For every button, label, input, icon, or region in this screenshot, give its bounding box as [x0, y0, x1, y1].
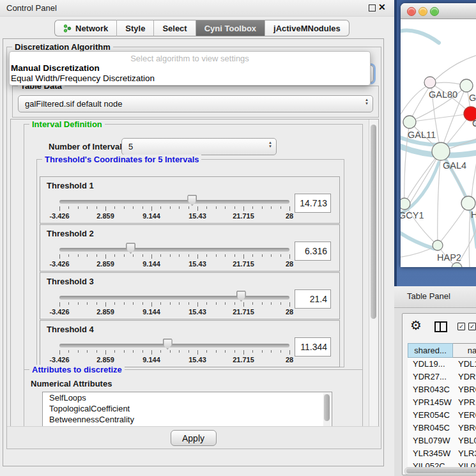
list-scrollbar[interactable]	[323, 393, 331, 428]
node-label: C	[472, 118, 476, 128]
table-row[interactable]: YDL19...YDL19...	[408, 358, 476, 371]
tab-network[interactable]: Network	[54, 20, 117, 36]
column-header-shared-name[interactable]: shared...	[408, 343, 453, 358]
column-header-name[interactable]: name	[453, 343, 476, 358]
node-table-rows: YDL19...YDL19...YDR27...YDR27...YBR043CY…	[408, 358, 476, 473]
tick-mark	[96, 302, 97, 305]
checkbox-icon[interactable]	[457, 323, 465, 330]
tick-mark	[59, 206, 60, 211]
network-node-gal80[interactable]	[424, 77, 436, 88]
threshold-slider-track[interactable]	[59, 344, 289, 348]
zoom-traffic-light-icon[interactable]	[430, 7, 439, 16]
network-node-ga[interactable]	[460, 79, 473, 92]
table-row[interactable]: YDR27...YDR27...	[408, 371, 476, 383]
settings-scrollbar[interactable]	[369, 119, 378, 427]
tick-mark	[133, 206, 134, 209]
gear-icon[interactable]	[410, 318, 422, 333]
table-horizontal-scrollbar-thumb[interactable]	[406, 468, 476, 473]
tick-mark	[271, 254, 272, 257]
tick-mark	[87, 350, 88, 353]
threshold-value-field[interactable]: 14.713	[295, 194, 331, 213]
table-data-group: Table Data galFiltered.sif default node	[12, 86, 379, 118]
table-data-combobox[interactable]: galFiltered.sif default node	[18, 95, 373, 112]
tick-mark	[68, 206, 69, 209]
close-traffic-light-icon[interactable]	[407, 7, 416, 16]
network-edge[interactable]	[401, 84, 431, 116]
tick-mark	[252, 350, 253, 353]
tick-mark	[216, 350, 217, 353]
threshold-value-field[interactable]: 11.344	[295, 337, 331, 357]
tick-mark	[160, 206, 161, 209]
minimize-traffic-light-icon[interactable]	[418, 7, 427, 16]
table-row[interactable]: YBR045CYBR045C	[408, 422, 476, 434]
num-intervals-combobox[interactable]: 5	[121, 138, 277, 155]
network-edge[interactable]	[401, 231, 434, 249]
tab-cyni-toolbox[interactable]: Cyni Toolbox	[196, 20, 265, 36]
threshold-slider-track[interactable]	[59, 248, 289, 252]
network-edge[interactable]	[431, 52, 476, 84]
algorithm-option[interactable]: Manual Discretization	[10, 63, 370, 73]
close-icon[interactable]	[378, 2, 387, 12]
node-label: GAL4	[443, 160, 466, 171]
network-node-gcy1[interactable]	[401, 198, 410, 210]
float-window-icon[interactable]	[369, 4, 376, 12]
network-node[interactable]	[452, 263, 462, 267]
network-node-hap2[interactable]	[433, 240, 443, 250]
thresholds-group-label: Threshold's Coordinates for 5 Intervals	[42, 155, 201, 164]
columns-icon[interactable]	[434, 321, 447, 332]
threshold-value-field[interactable]: 6.316	[295, 242, 331, 261]
node-label: GAL11	[408, 130, 436, 140]
tick-mark	[68, 302, 69, 305]
threshold-slider-thumb[interactable]	[236, 291, 246, 302]
threshold-value-field[interactable]: 21.4	[295, 289, 331, 309]
network-edge[interactable]	[438, 203, 468, 245]
discretization-algorithm-group: Discretization Algorithm Table Data galF…	[6, 47, 381, 449]
network-window-titlebar[interactable]	[401, 3, 476, 19]
algorithm-options: Manual DiscretizationEqual Width/Frequen…	[10, 63, 370, 84]
tick-mark	[78, 302, 79, 305]
network-node-gal11[interactable]	[403, 116, 416, 128]
table-row[interactable]: YPR145WYPR145W	[408, 396, 476, 409]
threshold-panel: Threshold 3-3.4262.8599.14415.4321.71528…	[40, 272, 340, 319]
tick-label: 9.144	[142, 308, 160, 316]
tick-mark	[280, 206, 281, 209]
tab-jactivemnodules[interactable]: jActiveMNodules	[265, 20, 349, 36]
table-row[interactable]: YBR043CYBR043C	[408, 383, 476, 396]
tick-mark	[114, 350, 115, 353]
threshold-slider-track[interactable]	[59, 200, 289, 204]
network-node-gal4[interactable]	[432, 142, 450, 160]
attribute-item[interactable]: TopologicalCoefficient	[43, 403, 332, 414]
tab-style[interactable]: Style	[117, 20, 154, 36]
cell-shared-name: YDL19...	[408, 358, 453, 371]
numerical-attributes-list[interactable]: SelfLoopsTopologicalCoefficientBetweenne…	[42, 392, 332, 428]
attribute-item[interactable]: BetweennessCentrality	[43, 414, 332, 425]
tick-mark	[170, 206, 171, 209]
checkbox-icon[interactable]	[468, 323, 476, 330]
table-horizontal-scrollbar[interactable]	[404, 467, 476, 475]
tab-select[interactable]: Select	[154, 20, 196, 36]
tick-label: -3.426	[49, 212, 69, 220]
list-scrollbar-thumb[interactable]	[324, 394, 330, 421]
attribute-item[interactable]: SelfLoops	[43, 392, 332, 403]
algorithm-option[interactable]: Equal Width/Frequency Discretization	[10, 73, 370, 84]
threshold-slider-thumb[interactable]	[163, 339, 173, 349]
tick-mark	[262, 302, 263, 305]
table-row[interactable]: YER054CYER054C	[408, 409, 476, 422]
network-view: GAL80GACGAL11GAL4GCY1HHAP2	[394, 0, 476, 286]
network-edge[interactable]	[401, 31, 439, 43]
settings-scrollbar-thumb[interactable]	[371, 125, 376, 319]
table-panel-header: Table Panel	[394, 286, 476, 308]
apply-button[interactable]: Apply	[171, 430, 217, 446]
tick-mark	[234, 206, 235, 209]
threshold-slider-track[interactable]	[59, 296, 289, 300]
tick-mark	[225, 302, 226, 305]
table-row[interactable]: YLR345WYLR345W	[408, 447, 476, 460]
threshold-slider-thumb[interactable]	[126, 243, 135, 254]
cell-shared-name: YER054C	[408, 409, 453, 422]
network-canvas[interactable]: GAL80GACGAL11GAL4GCY1HHAP2	[401, 19, 476, 267]
table-row[interactable]: YBL079WYBL079W	[408, 434, 476, 447]
cell-name: YER054C	[453, 409, 476, 422]
network-node-h[interactable]	[461, 196, 475, 210]
threshold-slider-thumb[interactable]	[187, 195, 197, 206]
network-window[interactable]: GAL80GACGAL11GAL4GCY1HHAP2	[401, 3, 476, 267]
